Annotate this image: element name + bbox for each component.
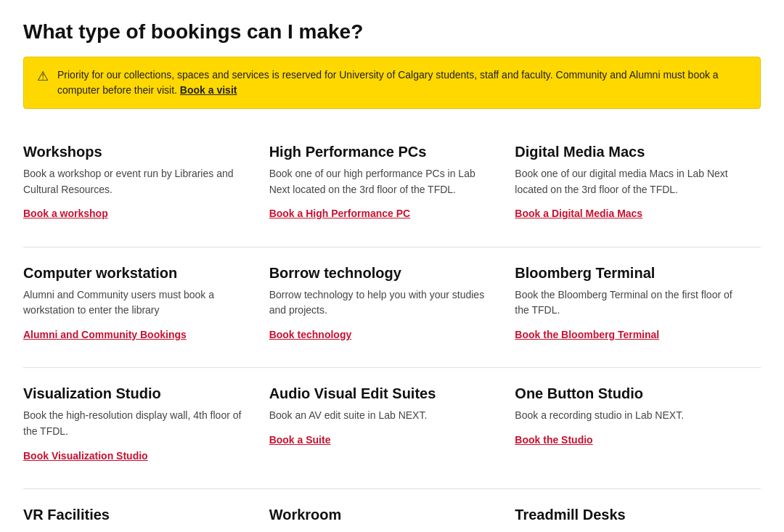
book-viz-studio-link[interactable]: Book Visualization Studio — [23, 447, 252, 465]
book-workshop-link[interactable]: Book a workshop — [23, 205, 252, 223]
card-title-borrow-technology: Borrow technology — [269, 265, 498, 282]
book-technology-link[interactable]: Book technology — [269, 326, 498, 344]
card-high-performance-pcs: High Performance PCsBook one of our high… — [269, 129, 515, 244]
book-studio-link[interactable]: Book the Studio — [515, 431, 743, 449]
card-desc-bloomberg-terminal: Book the Bloomberg Terminal on the first… — [515, 287, 743, 319]
card-title-workshops: Workshops — [23, 144, 252, 160]
card-title-digital-media-macs: Digital Media Macs — [515, 144, 743, 160]
card-desc-visualization-studio: Book the high-resolution display wall, 4… — [23, 408, 252, 439]
card-visualization-studio: Visualization StudioBook the high-resolu… — [23, 371, 269, 486]
card-title-visualization-studio: Visualization Studio — [23, 385, 252, 402]
card-desc-vr-facilities: Visit Lab NEXT and explore Virtual Reali… — [23, 529, 252, 532]
card-desc-treadmill-desks: Book a Treadmill Desk Workstation. — [515, 529, 743, 532]
card-title-computer-workstation: Computer workstation — [23, 265, 252, 282]
alert-text: Priority for our collections, spaces and… — [57, 67, 747, 98]
card-treadmill-desks: Treadmill DesksBook a Treadmill Desk Wor… — [515, 492, 761, 532]
card-desc-high-performance-pcs: Book one of our high performance PCs in … — [269, 166, 498, 197]
alert-banner: ⚠ Priority for our collections, spaces a… — [23, 57, 761, 109]
card-digital-media-macs: Digital Media MacsBook one of our digita… — [515, 129, 761, 244]
card-desc-workshops: Book a workshop or event run by Librarie… — [23, 166, 252, 197]
card-vr-facilities: VR FacilitiesVisit Lab NEXT and explore … — [23, 492, 269, 532]
card-title-high-performance-pcs: High Performance PCs — [269, 144, 498, 160]
alert-icon: ⚠ — [37, 68, 49, 84]
card-one-button-studio: One Button StudioBook a recording studio… — [515, 371, 761, 486]
card-desc-workroom: Book a Student Workroom. — [269, 529, 498, 532]
card-desc-borrow-technology: Borrow technology to help you with your … — [269, 287, 498, 319]
book-digital-macs-link[interactable]: Book a Digital Media Macs — [515, 205, 743, 223]
card-title-audio-visual-edit-suites: Audio Visual Edit Suites — [269, 385, 498, 402]
book-suite-link[interactable]: Book a Suite — [269, 431, 498, 449]
card-title-bloomberg-terminal: Bloomberg Terminal — [515, 265, 743, 282]
book-visit-link[interactable]: Book a visit — [180, 84, 237, 96]
card-title-one-button-studio: One Button Studio — [515, 385, 743, 402]
card-workshops: WorkshopsBook a workshop or event run by… — [23, 129, 269, 244]
card-title-treadmill-desks: Treadmill Desks — [515, 507, 743, 523]
card-workroom: WorkroomBook a Student Workroom.Book at … — [269, 492, 515, 532]
page-title: What type of bookings can I make? — [23, 20, 761, 44]
book-hp-pc-link[interactable]: Book a High Performance PC — [269, 205, 498, 223]
alumni-community-link[interactable]: Alumni and Community Bookings — [23, 326, 252, 344]
card-bloomberg-terminal: Bloomberg TerminalBook the Bloomberg Ter… — [515, 250, 761, 365]
card-desc-audio-visual-edit-suites: Book an AV edit suite in Lab NEXT. — [269, 408, 498, 424]
card-desc-one-button-studio: Book a recording studio in Lab NEXT. — [515, 408, 743, 424]
card-title-workroom: Workroom — [269, 507, 498, 523]
book-bloomberg-link[interactable]: Book the Bloomberg Terminal — [515, 326, 743, 344]
card-audio-visual-edit-suites: Audio Visual Edit SuitesBook an AV edit … — [269, 371, 515, 486]
card-desc-digital-media-macs: Book one of our digital media Macs in La… — [515, 166, 743, 197]
booking-grid: WorkshopsBook a workshop or event run by… — [23, 129, 761, 532]
card-desc-computer-workstation: Alumni and Community users must book a w… — [23, 287, 252, 319]
card-computer-workstation: Computer workstationAlumni and Community… — [23, 250, 269, 365]
card-title-vr-facilities: VR Facilities — [23, 507, 252, 523]
card-borrow-technology: Borrow technologyBorrow technology to he… — [269, 250, 515, 365]
